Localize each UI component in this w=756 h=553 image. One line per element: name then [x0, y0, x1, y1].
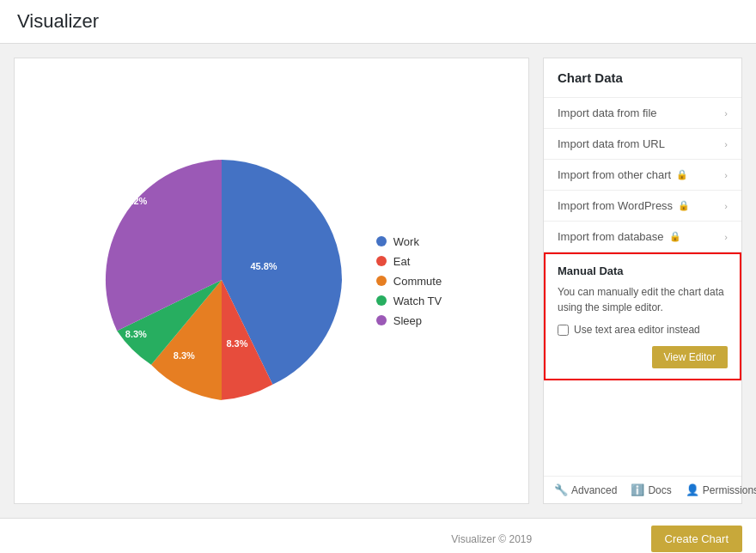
legend-item-eat: Eat — [376, 255, 442, 268]
legend-dot-work — [376, 236, 387, 246]
manual-data-description: You can manually edit the chart data usi… — [558, 284, 728, 315]
import-other-chart-label: Import from other chart — [558, 168, 671, 181]
pie-chart-container: 45.8% 29.2% 8.3% 8.3% 8.3% — [101, 160, 342, 403]
chevron-right-icon-4: › — [724, 201, 728, 211]
watchtv-percent-label: 8.3% — [125, 329, 147, 339]
import-database-label: Import from database — [558, 230, 664, 243]
legend-dot-watchtv — [376, 295, 387, 306]
eat-percent-label: 8.3% — [226, 338, 247, 349]
docs-label: Docs — [648, 484, 671, 496]
import-from-url[interactable]: Import data from URL › — [544, 129, 741, 160]
import-wordpress-label: Import from WordPress — [558, 199, 673, 212]
sleep-percent-label: 29.2% — [120, 196, 147, 206]
page-title: Visualizer — [17, 10, 739, 33]
import-from-file[interactable]: Import data from file › — [544, 98, 741, 129]
import-file-label: Import data from file — [558, 106, 657, 119]
import-from-other-chart[interactable]: Import from other chart 🔒 › — [544, 160, 741, 191]
legend-dot-eat — [376, 256, 387, 266]
advanced-link[interactable]: 🔧 Advanced — [554, 483, 617, 496]
app-container: Visualizer — [0, 0, 756, 553]
lock-icon-1: 🔒 — [676, 169, 688, 180]
use-textarea-checkbox[interactable] — [558, 325, 569, 336]
chart-wrapper: 45.8% 29.2% 8.3% 8.3% 8.3% Work Eat — [101, 160, 442, 403]
page-header: Visualizer — [0, 0, 756, 44]
legend-item-watchtv: Watch TV — [376, 295, 442, 307]
wrench-icon: 🔧 — [554, 483, 568, 496]
manual-data-section: Manual Data You can manually edit the ch… — [544, 252, 741, 380]
legend-item-commute: Commute — [376, 275, 442, 288]
import-from-wordpress[interactable]: Import from WordPress 🔒 › — [544, 191, 741, 222]
chevron-right-icon-5: › — [724, 232, 728, 242]
import-from-database[interactable]: Import from database 🔒 › — [544, 222, 741, 252]
panel-title: Chart Data — [544, 58, 741, 98]
legend-item-sleep: Sleep — [376, 314, 442, 327]
import-url-label: Import data from URL — [558, 137, 665, 150]
use-textarea-row: Use text area editor instead — [558, 324, 728, 336]
legend-dot-commute — [376, 276, 387, 286]
chevron-right-icon: › — [724, 108, 728, 118]
sidebar-panel: Chart Data Import data from file › Impor… — [543, 58, 742, 504]
create-chart-button[interactable]: Create Chart — [651, 526, 742, 552]
work-percent-label: 45.8% — [250, 261, 277, 271]
view-editor-button[interactable]: View Editor — [652, 346, 728, 368]
chevron-right-icon-2: › — [724, 139, 728, 149]
info-icon: ℹ️ — [631, 483, 644, 496]
use-textarea-label: Use text area editor instead — [574, 324, 700, 336]
lock-icon-3: 🔒 — [669, 231, 681, 242]
chevron-right-icon-3: › — [724, 170, 728, 180]
legend-label-eat: Eat — [393, 255, 411, 268]
sidebar-footer: 🔧 Advanced ℹ️ Docs 👤 Permissions — [544, 476, 741, 503]
commute-percent-label: 8.3% — [174, 350, 195, 361]
legend-dot-sleep — [376, 315, 387, 325]
main-content: 45.8% 29.2% 8.3% 8.3% 8.3% Work Eat — [0, 44, 756, 518]
manual-data-title: Manual Data — [558, 264, 728, 277]
legend-label-watchtv: Watch TV — [393, 295, 442, 307]
legend-label-work: Work — [393, 235, 419, 248]
legend-item-work: Work — [376, 235, 442, 248]
sidebar-spacer — [544, 380, 741, 476]
chart-area: 45.8% 29.2% 8.3% 8.3% 8.3% Work Eat — [14, 58, 529, 504]
legend-label-sleep: Sleep — [393, 314, 422, 327]
chart-legend: Work Eat Commute Watch TV — [376, 235, 442, 327]
docs-link[interactable]: ℹ️ Docs — [631, 483, 671, 496]
permissions-link[interactable]: 👤 Permissions — [686, 483, 756, 496]
permissions-label: Permissions — [703, 484, 756, 496]
copyright-text: Visualizer © 2019 — [332, 533, 651, 545]
person-icon: 👤 — [686, 483, 699, 496]
advanced-label: Advanced — [571, 484, 617, 496]
legend-label-commute: Commute — [393, 275, 442, 288]
lock-icon-2: 🔒 — [678, 200, 690, 211]
bottom-bar: Visualizer © 2019 Create Chart — [0, 518, 756, 553]
